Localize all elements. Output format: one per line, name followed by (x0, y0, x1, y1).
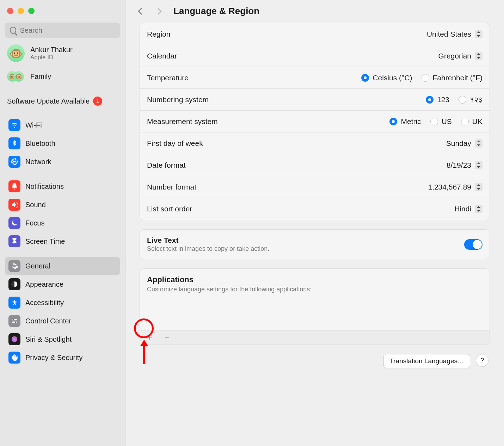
main-content: Language & Region Region United States C… (125, 0, 504, 446)
numbering-option-label: १२३ (470, 95, 483, 104)
live-text-sub: Select text in images to copy or take ac… (147, 245, 269, 253)
sidebar-item-label: Notifications (25, 182, 64, 191)
sidebar-group-alerts: NotificationsSoundFocusScreen Time (5, 178, 120, 250)
sidebar-item-sound[interactable]: Sound (5, 196, 120, 213)
calendar-row[interactable]: Calendar Gregorian (140, 45, 490, 67)
software-update-label: Software Update Available (7, 97, 90, 105)
sidebar-item-label: Screen Time (25, 237, 65, 246)
region-label: Region (147, 30, 171, 38)
chevron-right-icon (155, 8, 162, 15)
measurement-option[interactable]: UK (461, 117, 483, 126)
date-format-value: 8/19/23 (447, 161, 471, 169)
search-field[interactable] (5, 23, 120, 38)
plus-icon: ＋ (146, 332, 154, 343)
measurement-option[interactable]: Metric (389, 117, 421, 126)
applications-list (140, 295, 490, 330)
close-window-button[interactable] (7, 8, 13, 14)
bell-icon (8, 180, 20, 192)
calendar-value: Gregorian (438, 52, 471, 60)
page-title: Language & Region (173, 6, 259, 17)
sidebar-item-accessibility[interactable]: Accessibility (5, 294, 120, 311)
popup-arrows-icon[interactable] (475, 30, 483, 38)
date-format-label: Date format (147, 161, 186, 169)
number-format-value: 1,234,567.89 (428, 183, 471, 191)
popup-arrows-icon[interactable] (475, 183, 483, 191)
family-avatar: 🐵🐵 (7, 68, 25, 85)
help-button[interactable]: ? (476, 354, 488, 367)
window-traffic-lights (5, 4, 120, 20)
popup-arrows-icon[interactable] (475, 161, 483, 169)
user-avatar: 🐵 (7, 44, 25, 62)
sidebar-item-label: Wi-Fi (25, 121, 42, 129)
measurement-row: Measurement system MetricUSUK (140, 111, 490, 132)
sidebar-item-label: Appearance (25, 280, 63, 289)
radio-icon (430, 118, 438, 125)
radio-icon (361, 74, 369, 82)
chevron-left-icon (138, 8, 145, 15)
sidebar-item-screen-time[interactable]: Screen Time (5, 233, 120, 250)
family-row[interactable]: 🐵🐵 Family (5, 66, 120, 87)
sidebar-item-appearance[interactable]: Appearance (5, 275, 120, 293)
software-update-row[interactable]: Software Update Available 1 (5, 89, 120, 109)
popup-arrows-icon[interactable] (475, 139, 483, 148)
region-row[interactable]: Region United States (140, 23, 490, 45)
sidebar-item-siri-spotlight[interactable]: Siri & Spotlight (5, 330, 120, 348)
temperature-option-label: Fahrenheit (°F) (433, 74, 483, 82)
number-format-row[interactable]: Number format 1,234,567.89 (140, 176, 490, 198)
maximize-window-button[interactable] (28, 8, 35, 14)
sidebar-item-wi-fi[interactable]: Wi-Fi (5, 116, 120, 134)
sidebar-item-notifications[interactable]: Notifications (5, 178, 120, 195)
back-button[interactable] (136, 6, 147, 17)
list-sort-row[interactable]: List sort order Hindi (140, 198, 490, 220)
radio-icon (426, 96, 434, 104)
first-day-label: First day of week (147, 139, 203, 148)
radio-icon (461, 118, 469, 125)
svg-point-4 (13, 319, 14, 321)
numbering-option[interactable]: १२३ (459, 95, 483, 104)
hand-icon (8, 352, 20, 364)
titlebar: Language & Region (125, 0, 504, 23)
applications-panel: Applications Customize language settings… (140, 268, 490, 345)
regional-settings-panel: Region United States Calendar Gregorian … (140, 23, 490, 220)
sidebar: 🐵 Ankur Thakur Apple ID 🐵🐵 Family Softwa… (0, 0, 125, 446)
numbering-option[interactable]: 123 (426, 95, 449, 104)
search-input[interactable] (20, 26, 115, 35)
list-sort-label: List sort order (147, 205, 192, 213)
remove-application-button[interactable]: − (162, 333, 172, 342)
first-day-value: Sunday (446, 139, 471, 148)
applications-title: Applications (140, 269, 490, 286)
wifi-icon (8, 119, 20, 131)
measurement-option-label: US (442, 117, 452, 126)
user-sub: Apple ID (30, 54, 73, 61)
appearance-icon (8, 278, 20, 290)
add-application-button[interactable]: ＋ (145, 333, 155, 342)
numbering-row: Numbering system 123१२३ (140, 89, 490, 111)
sidebar-item-focus[interactable]: Focus (5, 214, 120, 232)
forward-button[interactable] (153, 6, 164, 17)
temperature-option[interactable]: Celsius (°C) (361, 74, 412, 82)
sidebar-item-label: Control Center (25, 317, 71, 325)
date-format-row[interactable]: Date format 8/19/23 (140, 154, 490, 176)
minimize-window-button[interactable] (18, 8, 24, 14)
family-label: Family (30, 73, 51, 81)
sidebar-item-network[interactable]: Network (5, 153, 120, 171)
sidebar-item-label: General (25, 262, 50, 270)
sidebar-item-privacy-security[interactable]: Privacy & Security (5, 349, 120, 366)
apple-id-row[interactable]: 🐵 Ankur Thakur Apple ID (5, 41, 120, 63)
svg-point-6 (12, 336, 18, 342)
popup-arrows-icon[interactable] (475, 205, 483, 213)
first-day-row[interactable]: First day of week Sunday (140, 132, 490, 154)
sidebar-item-label: Focus (25, 219, 44, 227)
popup-arrows-icon[interactable] (475, 52, 483, 60)
sidebar-item-general[interactable]: General (5, 257, 120, 275)
sidebar-item-control-center[interactable]: Control Center (5, 312, 120, 330)
footer-buttons: Translation Languages… ? (140, 354, 490, 368)
bluetooth-icon (8, 137, 20, 149)
sidebar-item-label: Network (25, 158, 51, 166)
temperature-row: Temperature Celsius (°C)Fahrenheit (°F) (140, 67, 490, 89)
measurement-option[interactable]: US (430, 117, 452, 126)
temperature-option[interactable]: Fahrenheit (°F) (422, 74, 483, 82)
translation-languages-button[interactable]: Translation Languages… (383, 354, 470, 368)
live-text-toggle[interactable] (464, 239, 483, 250)
sidebar-item-bluetooth[interactable]: Bluetooth (5, 135, 120, 152)
